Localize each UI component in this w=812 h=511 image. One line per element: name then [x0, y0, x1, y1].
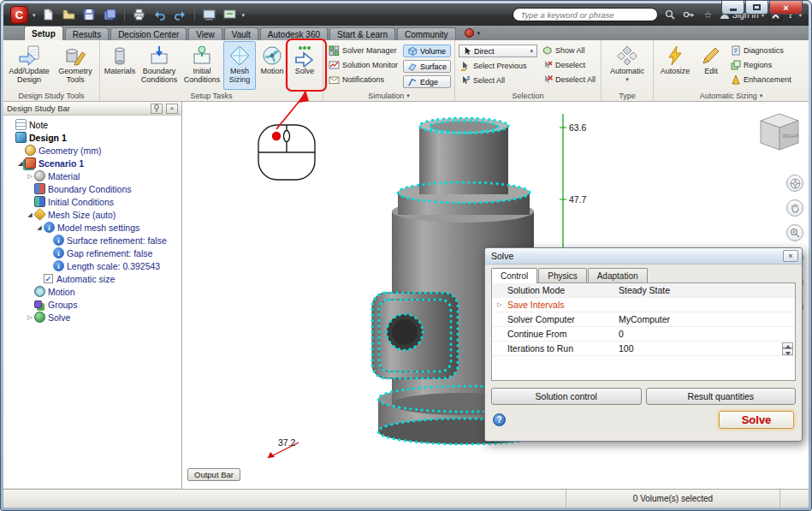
select-previous-button[interactable]: Select Previous: [459, 60, 537, 72]
tree-item-gap-refinement[interactable]: iGap refinement: false: [3, 247, 181, 259]
materials-button[interactable]: Materials: [102, 41, 138, 90]
tab-results[interactable]: Results: [65, 27, 109, 40]
dialog-close-button[interactable]: ×: [783, 250, 798, 262]
tree-item-groups[interactable]: Groups: [3, 298, 181, 311]
mesh-sizing-button[interactable]: Mesh Sizing: [223, 41, 256, 90]
expander-collapsed-icon[interactable]: ▷: [26, 173, 34, 180]
tree-item-note[interactable]: Note: [3, 118, 181, 131]
solution-control-button[interactable]: Solution control: [491, 388, 642, 405]
chevron-down-icon[interactable]: ▾: [33, 12, 36, 18]
result-quantities-button[interactable]: Result quantities: [646, 388, 797, 405]
tree-item-surface-refinement[interactable]: iSurface refinement: false: [3, 234, 181, 247]
tree-item-initial-conditions[interactable]: Initial Conditions: [3, 195, 181, 208]
show-all-button[interactable]: Show All: [541, 45, 597, 56]
setting-row-continue-from[interactable]: Continue From 0: [492, 327, 795, 342]
redo-icon[interactable]: [172, 8, 188, 22]
tree-item-scenario-1[interactable]: ◢Scenario 1: [3, 157, 181, 169]
motion-button[interactable]: Motion: [256, 41, 288, 90]
boundary-conditions-button[interactable]: Boundary Conditions: [138, 41, 181, 90]
enhancement-button[interactable]: Enhancement: [729, 74, 793, 86]
tree-item-automatic-size[interactable]: ✓Automatic size: [3, 272, 181, 285]
solution-monitor-button[interactable]: Solution Monitor: [327, 59, 400, 71]
tab-setup[interactable]: Setup: [24, 26, 63, 40]
autosize-button[interactable]: Autosize: [655, 41, 695, 90]
tree-item-boundary-conditions[interactable]: Boundary Conditions: [3, 182, 181, 195]
notifications-button[interactable]: Notifications: [327, 74, 400, 86]
maximize-button[interactable]: [745, 1, 768, 15]
tree-item-mesh-size[interactable]: ◢Mesh Size (auto): [3, 208, 181, 221]
tab-autodesk-360[interactable]: Autodesk 360: [260, 27, 328, 40]
tab-vault[interactable]: Vault: [224, 27, 258, 40]
setting-row-save-intervals[interactable]: ▷Save Intervals: [492, 298, 795, 312]
tree-item-design-1[interactable]: Design 1: [3, 131, 181, 144]
chevron-down-icon[interactable]: ▾: [242, 12, 246, 18]
automatic-type-button[interactable]: Automatic ▾: [603, 41, 651, 90]
tab-community[interactable]: Community: [397, 27, 456, 40]
infocenter-icon[interactable]: [465, 28, 474, 38]
save-icon[interactable]: [81, 8, 98, 22]
deselect-button[interactable]: Deselect: [541, 59, 597, 71]
setting-row-iterations[interactable]: Iterations to Run 100: [492, 342, 795, 356]
view-options-icon[interactable]: [222, 8, 238, 22]
favorites-star-icon[interactable]: ☆: [701, 8, 714, 21]
tab-control[interactable]: Control: [491, 268, 537, 283]
add-update-design-button[interactable]: Add/Update Design: [5, 41, 53, 90]
edge-button[interactable]: Edge: [403, 75, 451, 88]
expander-expanded-icon[interactable]: ◢: [35, 224, 44, 231]
close-button[interactable]: ×: [769, 1, 803, 15]
steering-wheel-icon[interactable]: [786, 175, 803, 192]
tab-decision-center[interactable]: Decision Center: [110, 27, 187, 40]
solve-dialog-titlebar[interactable]: Solve ×: [485, 248, 802, 264]
new-file-icon[interactable]: [40, 8, 56, 22]
resize-grip[interactable]: [779, 490, 809, 508]
tree-item-model-mesh-settings[interactable]: ◢iModel mesh settings: [3, 221, 181, 234]
open-folder-icon[interactable]: [61, 8, 77, 22]
tree-item-solve[interactable]: ▷Solve: [3, 311, 181, 324]
initial-conditions-button[interactable]: Initial Conditions: [181, 41, 223, 90]
chevron-down-icon[interactable]: ▾: [477, 30, 481, 36]
edit-button[interactable]: Edit: [695, 41, 727, 90]
expander-collapsed-icon[interactable]: ▷: [26, 314, 34, 321]
output-bar-button[interactable]: Output Bar: [187, 468, 240, 481]
tab-physics[interactable]: Physics: [538, 268, 586, 282]
regions-button[interactable]: Regions: [729, 59, 793, 71]
expander-collapsed-icon[interactable]: ▷: [497, 301, 507, 308]
pin-panel-button[interactable]: [151, 104, 163, 114]
tree-item-material[interactable]: ▷Material: [3, 169, 181, 182]
tree-item-motion[interactable]: Motion: [3, 285, 181, 298]
key-icon[interactable]: [682, 8, 696, 21]
group-label[interactable]: Simulation▾: [323, 90, 454, 101]
checkbox-checked-icon[interactable]: ✓: [44, 274, 53, 283]
direct-dropdown[interactable]: Direct ▾: [459, 45, 537, 57]
solver-manager-button[interactable]: Solver Manager: [327, 45, 400, 56]
minimize-button[interactable]: [721, 1, 744, 15]
tab-view[interactable]: View: [188, 27, 222, 40]
zoom-icon[interactable]: [786, 224, 803, 241]
app-logo-button[interactable]: C: [10, 6, 28, 24]
window-layout-icon[interactable]: [201, 8, 217, 22]
group-label[interactable]: Automatic Sizing▾: [654, 90, 809, 101]
volume-button[interactable]: Volume: [403, 45, 451, 57]
setting-row-solution-mode[interactable]: Solution Mode Steady State: [492, 283, 795, 298]
tab-start-learn[interactable]: Start & Learn: [329, 27, 395, 40]
expander-expanded-icon[interactable]: ◢: [16, 160, 25, 167]
geometry-tools-button[interactable]: Geometry Tools: [53, 41, 98, 90]
save-all-icon[interactable]: [102, 8, 118, 22]
dialog-help-icon[interactable]: ?: [493, 413, 506, 426]
tree-item-geometry[interactable]: Geometry (mm): [3, 144, 181, 157]
iterations-spinner[interactable]: [782, 342, 793, 355]
pan-hand-icon[interactable]: [786, 199, 803, 217]
deselect-all-button[interactable]: Deselect All: [541, 74, 597, 86]
solve-button[interactable]: Solve: [288, 41, 321, 90]
tab-adaptation[interactable]: Adaptation: [588, 268, 648, 282]
tree-item-length-scale[interactable]: iLength scale: 0.392543: [3, 259, 181, 272]
close-panel-button[interactable]: ×: [166, 104, 178, 114]
diagnostics-button[interactable]: Diagnostics: [729, 45, 793, 56]
select-all-button[interactable]: Select All: [459, 74, 537, 86]
search-icon[interactable]: [663, 8, 677, 21]
undo-icon[interactable]: [151, 8, 168, 22]
search-input[interactable]: [513, 8, 658, 21]
dialog-solve-button[interactable]: Solve: [719, 411, 794, 429]
solve-dialog[interactable]: Solve × Control Physics Adaptation Solut…: [484, 247, 803, 442]
surface-button[interactable]: Surface: [403, 60, 451, 73]
